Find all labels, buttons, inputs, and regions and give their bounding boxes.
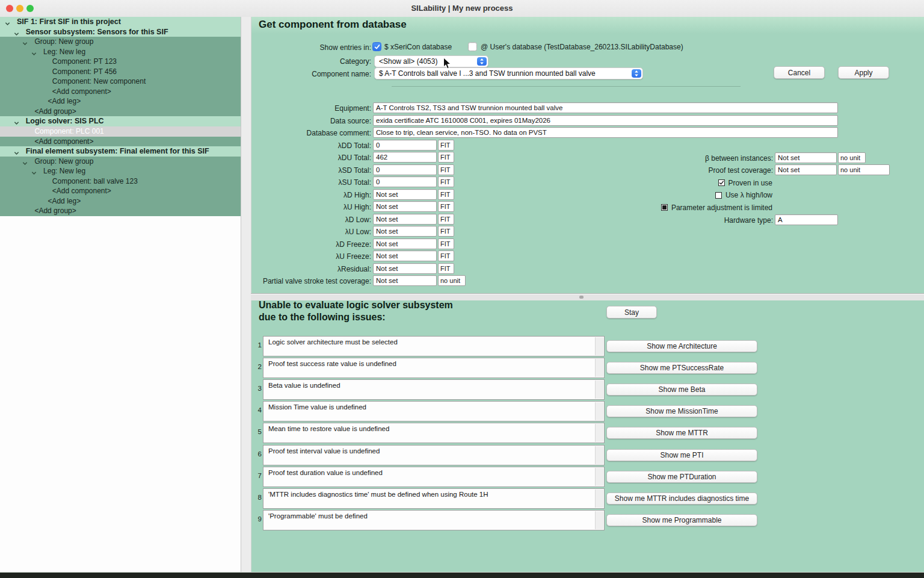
show-entries-label: Show entries in: <box>320 42 371 53</box>
show-me-button[interactable]: Show me MTTR <box>606 427 757 439</box>
tree-item[interactable]: Component: ball valve 123 <box>0 176 241 187</box>
lambda-value-field[interactable]: Not set <box>373 201 437 212</box>
issue-scrollbar[interactable] <box>595 337 603 355</box>
data-source-field[interactable]: exida certificate ATC 1610008 C001, expi… <box>373 115 838 126</box>
issue-text: Mission Time value is undefined <box>268 403 592 411</box>
stepper-icon <box>477 57 487 66</box>
lambda-value-field[interactable]: 0 <box>373 176 437 187</box>
category-dropdown[interactable]: <Show all> (4053) <box>374 55 488 67</box>
show-me-button[interactable]: Show me MissionTime <box>606 405 757 417</box>
lambda-label: λResidual: <box>337 264 371 275</box>
issue-number: 2 <box>253 363 262 370</box>
issue-scrollbar[interactable] <box>595 511 603 529</box>
lambda-value-field[interactable]: 0 <box>373 140 437 151</box>
lambda-value-field[interactable]: 0 <box>373 164 437 175</box>
tree-item[interactable]: Final element subsystem: Final element f… <box>0 146 241 157</box>
sidebar-tree: SIF 1: First SIF in this projectSensor s… <box>0 17 241 216</box>
tree-item[interactable]: Group: New group <box>0 37 241 47</box>
unit-box: no unit <box>838 152 866 163</box>
lambda-value-field[interactable]: Not set <box>373 214 437 225</box>
tree-item[interactable]: Logic solver: SIS PLC <box>0 116 241 126</box>
issue-text-box[interactable]: Beta value is undefined <box>263 379 605 400</box>
tree-item[interactable]: <Add component> <box>0 186 241 196</box>
tree-item[interactable]: <Add group> <box>0 206 241 216</box>
tree-item[interactable]: Sensor subsystem: Sensors for this SIF <box>0 27 241 37</box>
issue-number: 9 <box>253 515 262 523</box>
lambda-value-field[interactable]: Not set <box>373 275 437 286</box>
issue-text-box[interactable]: Mission Time value is undefined <box>263 401 605 421</box>
xsericon-database-checkbox[interactable] <box>372 42 381 51</box>
issue-text-box[interactable]: 'MTTR includes diagnostics time' must be… <box>263 488 605 509</box>
filled-checkbox-icon[interactable] <box>661 204 668 211</box>
option-check-row[interactable]: Proven in use <box>718 179 772 187</box>
issue-text-box[interactable]: 'Programmable' must be defined <box>263 510 605 530</box>
tree-item-label: Component: PT 456 <box>52 67 241 77</box>
component-name-dropdown[interactable]: $ A-T Controls ball valve I ...3 and TSW… <box>374 67 643 79</box>
issue-scrollbar[interactable] <box>595 359 603 377</box>
tree-item[interactable]: <Add component> <box>0 137 241 147</box>
option-check-row[interactable]: Parameter adjustment is limited <box>661 204 772 212</box>
lambda-unit: FIT <box>438 214 454 225</box>
option-check-label: Proven in use <box>728 179 772 187</box>
tree-item[interactable]: <Add group> <box>0 107 241 117</box>
option-check-row[interactable]: Use λ high/low <box>715 191 772 199</box>
window-bottom-edge <box>0 572 924 578</box>
stay-button[interactable]: Stay <box>606 306 657 319</box>
issue-text-box[interactable]: Proof test duration value is undefined <box>263 467 605 487</box>
hardware-type-field[interactable]: A <box>775 214 838 225</box>
tree-item[interactable]: Leg: New leg <box>0 166 241 176</box>
tree-item[interactable]: Component: New component <box>0 76 241 87</box>
tree-item[interactable]: Leg: New leg <box>0 47 241 57</box>
lambda-value-field[interactable]: Not set <box>373 250 437 261</box>
issue-scrollbar[interactable] <box>595 402 603 420</box>
lambda-unit: FIT <box>438 238 454 249</box>
issue-scrollbar[interactable] <box>595 381 603 399</box>
lambda-value-field[interactable]: Not set <box>373 226 437 237</box>
checkbox-icon[interactable] <box>715 192 722 199</box>
issue-text: Mean time to restore value is undefined <box>268 425 592 432</box>
issue-text-box[interactable]: Proof test interval value is undefined <box>263 445 605 465</box>
show-me-button[interactable]: Show me PTDuration <box>606 471 757 483</box>
lambda-value-field[interactable]: Not set <box>373 189 437 200</box>
tree-item-label: Component: PT 123 <box>52 57 241 67</box>
tree-item-label: Component: PLC 001 <box>34 126 241 137</box>
beta-between-instances-field[interactable]: Not set <box>775 152 837 163</box>
show-me-button[interactable]: Show me PTI <box>606 449 757 461</box>
cancel-button[interactable]: Cancel <box>774 66 825 79</box>
lambda-label: λU Low: <box>345 226 371 237</box>
lambda-value-field[interactable]: Not set <box>373 263 437 274</box>
tree-item[interactable]: Component: PLC 001 <box>0 126 241 137</box>
issue-scrollbar[interactable] <box>595 424 603 442</box>
issue-scrollbar[interactable] <box>595 489 603 508</box>
show-me-button[interactable]: Show me Architecture <box>606 340 757 352</box>
issue-text-box[interactable]: Proof test success rate value is undefin… <box>263 358 605 378</box>
issues-title-line1: Unable to evaluate logic solver subsyste… <box>259 300 453 311</box>
tree-item[interactable]: <Add component> <box>0 87 241 97</box>
equipment-field[interactable]: A-T Controls TS2, TS3 and TSW trunnion m… <box>373 102 838 113</box>
issue-text-box[interactable]: Logic solver architecture must be select… <box>263 336 605 356</box>
checkbox-icon[interactable] <box>718 179 725 186</box>
tree-item[interactable]: <Add leg> <box>0 196 241 207</box>
proof-test-coverage-field[interactable]: Not set <box>775 164 837 175</box>
database-comment-field[interactable]: Close to trip, clean service, non-TSO. N… <box>373 127 838 138</box>
issue-scrollbar[interactable] <box>595 446 603 464</box>
lambda-label: Partial valve stroke test coverage: <box>263 276 371 287</box>
tree-item-label: <Add group> <box>34 206 241 216</box>
lambda-unit: FIT <box>438 263 454 274</box>
tree-item[interactable]: SIF 1: First SIF in this project <box>0 17 241 27</box>
issue-text: Proof test duration value is undefined <box>268 469 592 476</box>
tree-item[interactable]: Component: PT 456 <box>0 67 241 77</box>
show-me-button[interactable]: Show me Beta <box>606 384 757 396</box>
users-database-checkbox[interactable] <box>468 42 477 51</box>
issue-scrollbar[interactable] <box>595 468 603 486</box>
tree-item[interactable]: Group: New group <box>0 157 241 167</box>
show-me-button[interactable]: Show me Programmable <box>606 514 757 526</box>
show-me-button[interactable]: Show me PTSuccessRate <box>606 362 757 374</box>
lambda-value-field[interactable]: Not set <box>373 238 437 249</box>
apply-button[interactable]: Apply <box>838 66 889 79</box>
issue-text-box[interactable]: Mean time to restore value is undefined <box>263 423 605 443</box>
tree-item[interactable]: <Add leg> <box>0 96 241 107</box>
tree-item[interactable]: Component: PT 123 <box>0 57 241 67</box>
show-me-button[interactable]: Show me MTTR includes diagnostics time <box>606 493 757 505</box>
lambda-value-field[interactable]: 462 <box>373 152 437 163</box>
